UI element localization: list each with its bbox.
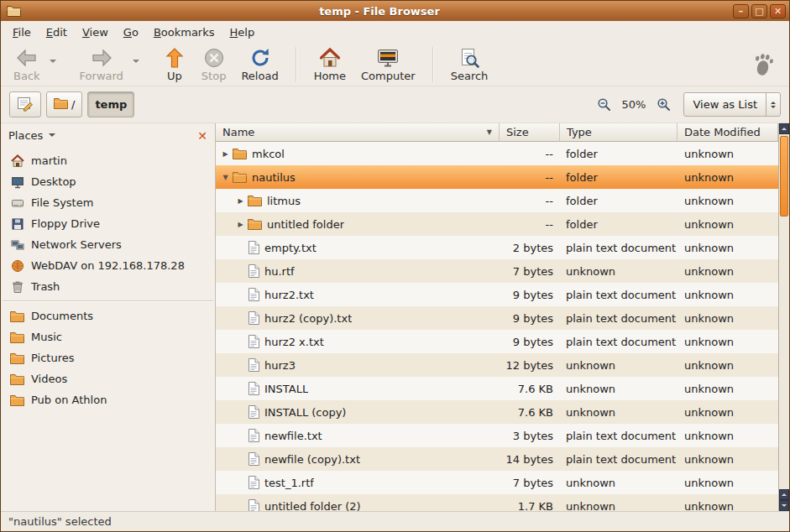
expander-expanded-icon[interactable]: ▼ <box>219 174 232 181</box>
window-title: temp - File Browser <box>26 5 733 18</box>
zoom-out-button[interactable] <box>594 96 614 113</box>
zoom-in-button[interactable] <box>654 96 673 113</box>
cell-name: ▶litmus <box>216 189 500 212</box>
file-row[interactable]: ▼nautilus--folderunknown <box>216 165 778 189</box>
scroll-down-button[interactable] <box>779 500 789 511</box>
file-row[interactable]: INSTALL7.6 KBunknownunknown <box>216 377 778 400</box>
trash-icon <box>10 280 24 294</box>
path-button-root[interactable]: / <box>46 91 82 117</box>
menu-help[interactable]: Help <box>223 23 262 41</box>
places-selector-button[interactable]: Places <box>8 129 55 142</box>
sort-arrow-icon: ▼ <box>487 128 492 136</box>
expander-collapsed-icon[interactable]: ▶ <box>219 150 232 158</box>
menu-bookmarks[interactable]: Bookmarks <box>147 23 222 41</box>
sidebar-item-pictures[interactable]: Pictures <box>1 347 215 368</box>
file-row[interactable]: hurz2 x.txt9 bytesplain text documentunk… <box>216 330 778 353</box>
sidebar-item-pub-on-athlon[interactable]: Pub on Athlon <box>1 389 215 410</box>
back-history-dropdown-button[interactable] <box>48 50 59 80</box>
cell-date-modified: unknown <box>678 306 778 330</box>
sidebar-item-desktop[interactable]: Desktop <box>1 171 215 192</box>
back-button[interactable]: Back <box>6 45 48 84</box>
file-name: newfile (copy).txt <box>264 453 360 466</box>
cell-date-modified: unknown <box>678 471 778 494</box>
titlebar[interactable]: temp - File Browser – □ ✕ <box>1 1 789 21</box>
sidebar-item-trash[interactable]: Trash <box>1 276 215 297</box>
file-row[interactable]: hurz312 bytesunknownunknown <box>216 353 778 377</box>
maximize-button[interactable]: □ <box>751 4 767 18</box>
cell-type: unknown <box>560 494 678 511</box>
column-header-date-modified[interactable]: Date Modified <box>678 123 778 142</box>
forward-history-dropdown-button[interactable] <box>131 50 142 80</box>
file-row[interactable]: ▶mkcol--folderunknown <box>216 142 778 165</box>
toolbar-button-label: Reload <box>241 70 278 82</box>
file-row[interactable]: untitled folder (2)1.7 KBunknownunknown <box>216 494 778 511</box>
home-button[interactable]: Home <box>306 45 353 84</box>
column-header-size[interactable]: Size <box>500 123 560 142</box>
stop-icon <box>203 47 225 70</box>
cell-type: unknown <box>560 377 678 400</box>
toggle-location-entry-button[interactable] <box>9 91 41 117</box>
view-as-select[interactable]: View as List <box>683 92 781 117</box>
computer-button[interactable]: Computer <box>353 45 423 84</box>
folder-icon <box>54 97 68 112</box>
sidebar-item-videos[interactable]: Videos <box>1 368 215 389</box>
file-row[interactable]: hurz2.txt9 bytesplain text documentunkno… <box>216 283 778 306</box>
minimize-button[interactable]: – <box>733 4 749 18</box>
file-row[interactable]: hu.rtf7 bytesunknownunknown <box>216 259 778 283</box>
cell-name: hurz2.txt <box>216 283 500 306</box>
file-row[interactable]: INSTALL (copy)7.6 KBunknownunknown <box>216 400 778 424</box>
sidebar-item-documents[interactable]: Documents <box>1 305 215 326</box>
window-controls: – □ ✕ <box>733 4 786 18</box>
cell-name: hurz2 (copy).txt <box>216 306 500 330</box>
scroll-up-button[interactable] <box>779 123 789 134</box>
sidebar-item-file-system[interactable]: File System <box>1 192 215 213</box>
cell-size: -- <box>500 165 560 189</box>
file-row[interactable]: ▶untitled folder--folderunknown <box>216 212 778 236</box>
sidebar-item-label: Desktop <box>31 175 76 188</box>
file-row[interactable]: newfile.txt3 bytesplain text documentunk… <box>216 424 778 447</box>
close-sidebar-button[interactable]: ✕ <box>197 130 207 142</box>
file-row[interactable]: empty.txt2 bytesplain text documentunkno… <box>216 236 778 259</box>
gnome-foot-logo-icon <box>752 51 774 78</box>
forward-button[interactable]: Forward <box>72 45 131 84</box>
scrollbar-thumb[interactable] <box>780 136 788 216</box>
path-button-current[interactable]: temp <box>87 91 134 117</box>
sidebar-item-network-servers[interactable]: Network Servers <box>1 234 215 255</box>
cell-name: ▶mkcol <box>216 142 500 165</box>
menu-view[interactable]: View <box>76 23 115 41</box>
sidebar-item-floppy-drive[interactable]: Floppy Drive <box>1 213 215 234</box>
vertical-scrollbar[interactable] <box>778 123 789 511</box>
column-header-name[interactable]: Name▼ <box>216 123 500 142</box>
file-row[interactable]: hurz2 (copy).txt9 bytesplain text docume… <box>216 306 778 330</box>
location-bar: / temp 50% View as List <box>1 86 789 123</box>
places-sidebar: Places ✕ martinDesktopFile SystemFloppy … <box>1 123 216 511</box>
search-button[interactable]: Search <box>443 45 496 84</box>
sidebar-item-music[interactable]: Music <box>1 326 215 347</box>
sidebar-item-webdav-on-192-168-178-28[interactable]: WebDAV on 192.168.178.28 <box>1 255 215 276</box>
cell-date-modified: unknown <box>678 165 778 189</box>
column-header-type[interactable]: Type <box>560 123 678 142</box>
expander-collapsed-icon[interactable]: ▶ <box>234 221 247 228</box>
scrollbar-track[interactable] <box>779 218 789 489</box>
sidebar-item-label: Documents <box>31 310 93 322</box>
file-row[interactable]: test_1.rtf7 bytesunknownunknown <box>216 471 778 494</box>
stop-button[interactable]: Stop <box>194 45 234 84</box>
file-row[interactable]: ▶litmus--folderunknown <box>216 189 778 212</box>
toolbar-separator <box>432 47 434 82</box>
file-row[interactable]: newfile (copy).txt14 bytesplain text doc… <box>216 447 778 471</box>
close-button[interactable]: ✕ <box>770 4 786 18</box>
sidebar-item-martin[interactable]: martin <box>1 150 215 171</box>
chevron-down-icon <box>133 60 139 66</box>
reload-button[interactable]: Reload <box>233 45 285 84</box>
scroll-up-button-secondary[interactable] <box>779 489 789 500</box>
sidebar-item-label: Network Servers <box>31 238 122 251</box>
sidebar-title: Places <box>8 129 43 142</box>
file-browser-icon <box>7 4 24 18</box>
file-icon <box>248 311 259 325</box>
up-button[interactable]: Up <box>155 45 194 84</box>
expander-collapsed-icon[interactable]: ▶ <box>234 197 247 205</box>
menu-edit[interactable]: Edit <box>39 23 74 41</box>
menu-go[interactable]: Go <box>117 23 145 41</box>
view-as-value: View as List <box>684 93 766 116</box>
menu-file[interactable]: File <box>6 23 38 41</box>
